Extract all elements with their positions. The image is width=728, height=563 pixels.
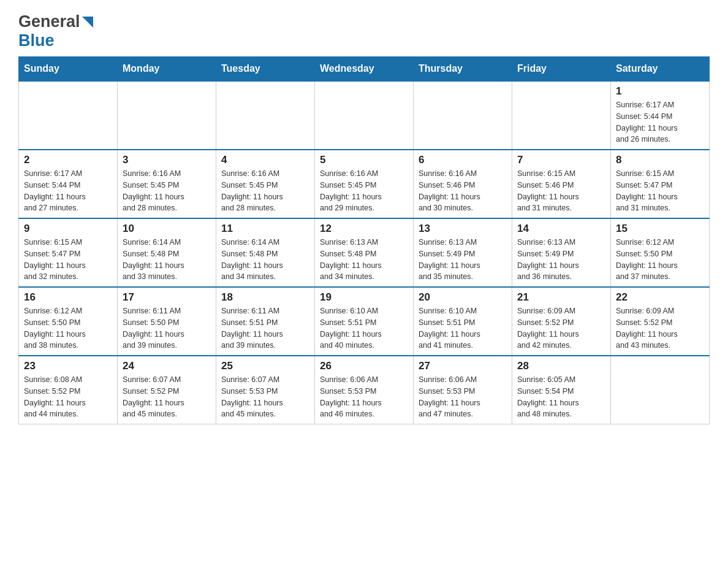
calendar-cell: 12Sunrise: 6:13 AM Sunset: 5:48 PM Dayli… [315, 218, 414, 287]
day-header-monday: Monday [118, 57, 216, 82]
calendar-cell: 13Sunrise: 6:13 AM Sunset: 5:49 PM Dayli… [414, 218, 512, 287]
day-number: 16 [24, 291, 112, 304]
calendar-cell: 28Sunrise: 6:05 AM Sunset: 5:54 PM Dayli… [512, 356, 611, 424]
calendar-cell: 9Sunrise: 6:15 AM Sunset: 5:47 PM Daylig… [19, 218, 118, 287]
day-info: Sunrise: 6:15 AM Sunset: 5:47 PM Dayligh… [616, 168, 704, 214]
day-number: 2 [24, 154, 112, 166]
day-info: Sunrise: 6:16 AM Sunset: 5:45 PM Dayligh… [123, 168, 211, 214]
day-number: 11 [221, 223, 309, 235]
calendar-cell [414, 81, 512, 150]
day-number: 17 [123, 291, 211, 304]
day-number: 23 [24, 360, 112, 372]
calendar-cell: 23Sunrise: 6:08 AM Sunset: 5:52 PM Dayli… [19, 356, 118, 424]
calendar-cell: 4Sunrise: 6:16 AM Sunset: 5:45 PM Daylig… [216, 150, 315, 218]
day-number: 8 [616, 154, 704, 166]
day-info: Sunrise: 6:17 AM Sunset: 5:44 PM Dayligh… [616, 99, 704, 145]
calendar-cell [19, 81, 118, 150]
calendar-cell [315, 81, 414, 150]
calendar-cell: 3Sunrise: 6:16 AM Sunset: 5:45 PM Daylig… [118, 150, 216, 218]
calendar-cell: 22Sunrise: 6:09 AM Sunset: 5:52 PM Dayli… [611, 287, 710, 356]
day-number: 9 [24, 223, 112, 235]
day-info: Sunrise: 6:06 AM Sunset: 5:53 PM Dayligh… [419, 374, 507, 420]
calendar-cell: 24Sunrise: 6:07 AM Sunset: 5:52 PM Dayli… [118, 356, 216, 424]
day-header-friday: Friday [512, 57, 611, 82]
day-info: Sunrise: 6:10 AM Sunset: 5:51 PM Dayligh… [419, 305, 507, 351]
day-info: Sunrise: 6:06 AM Sunset: 5:53 PM Dayligh… [320, 374, 408, 420]
day-number: 1 [616, 85, 704, 98]
day-number: 25 [221, 360, 309, 372]
calendar-cell: 15Sunrise: 6:12 AM Sunset: 5:50 PM Dayli… [611, 218, 710, 287]
day-number: 3 [123, 154, 211, 166]
calendar-cell: 7Sunrise: 6:15 AM Sunset: 5:46 PM Daylig… [512, 150, 611, 218]
calendar-cell: 5Sunrise: 6:16 AM Sunset: 5:45 PM Daylig… [315, 150, 414, 218]
day-number: 20 [419, 291, 507, 304]
calendar-cell: 25Sunrise: 6:07 AM Sunset: 5:53 PM Dayli… [216, 356, 315, 424]
day-info: Sunrise: 6:11 AM Sunset: 5:50 PM Dayligh… [123, 305, 211, 351]
calendar-header-row: SundayMondayTuesdayWednesdayThursdayFrid… [19, 57, 710, 82]
calendar-cell: 17Sunrise: 6:11 AM Sunset: 5:50 PM Dayli… [118, 287, 216, 356]
day-info: Sunrise: 6:08 AM Sunset: 5:52 PM Dayligh… [24, 374, 112, 420]
logo: General Blue [18, 12, 93, 50]
week-row-2: 2Sunrise: 6:17 AM Sunset: 5:44 PM Daylig… [19, 150, 710, 218]
day-number: 15 [616, 223, 704, 235]
week-row-5: 23Sunrise: 6:08 AM Sunset: 5:52 PM Dayli… [19, 356, 710, 424]
day-number: 10 [123, 223, 211, 235]
day-info: Sunrise: 6:07 AM Sunset: 5:53 PM Dayligh… [221, 374, 309, 420]
calendar-cell: 1Sunrise: 6:17 AM Sunset: 5:44 PM Daylig… [611, 81, 710, 150]
calendar-cell: 8Sunrise: 6:15 AM Sunset: 5:47 PM Daylig… [611, 150, 710, 218]
calendar-cell: 19Sunrise: 6:10 AM Sunset: 5:51 PM Dayli… [315, 287, 414, 356]
logo-triangle-icon [82, 17, 93, 30]
week-row-1: 1Sunrise: 6:17 AM Sunset: 5:44 PM Daylig… [19, 81, 710, 150]
day-info: Sunrise: 6:15 AM Sunset: 5:46 PM Dayligh… [517, 168, 605, 214]
calendar-cell [611, 356, 710, 424]
day-info: Sunrise: 6:12 AM Sunset: 5:50 PM Dayligh… [24, 305, 112, 351]
calendar-table: SundayMondayTuesdayWednesdayThursdayFrid… [18, 56, 710, 424]
day-number: 26 [320, 360, 408, 372]
day-info: Sunrise: 6:11 AM Sunset: 5:51 PM Dayligh… [221, 305, 309, 351]
day-number: 24 [123, 360, 211, 372]
day-number: 5 [320, 154, 408, 166]
day-info: Sunrise: 6:13 AM Sunset: 5:49 PM Dayligh… [419, 237, 507, 283]
day-number: 28 [517, 360, 605, 372]
calendar-cell: 6Sunrise: 6:16 AM Sunset: 5:46 PM Daylig… [414, 150, 512, 218]
day-header-saturday: Saturday [611, 57, 710, 82]
day-info: Sunrise: 6:07 AM Sunset: 5:52 PM Dayligh… [123, 374, 211, 420]
day-info: Sunrise: 6:17 AM Sunset: 5:44 PM Dayligh… [24, 168, 112, 214]
week-row-4: 16Sunrise: 6:12 AM Sunset: 5:50 PM Dayli… [19, 287, 710, 356]
day-number: 7 [517, 154, 605, 166]
day-info: Sunrise: 6:15 AM Sunset: 5:47 PM Dayligh… [24, 237, 112, 283]
day-info: Sunrise: 6:16 AM Sunset: 5:46 PM Dayligh… [419, 168, 507, 214]
day-number: 4 [221, 154, 309, 166]
calendar-cell [118, 81, 216, 150]
day-info: Sunrise: 6:12 AM Sunset: 5:50 PM Dayligh… [616, 237, 704, 283]
day-info: Sunrise: 6:16 AM Sunset: 5:45 PM Dayligh… [320, 168, 408, 214]
calendar-cell: 18Sunrise: 6:11 AM Sunset: 5:51 PM Dayli… [216, 287, 315, 356]
day-info: Sunrise: 6:05 AM Sunset: 5:54 PM Dayligh… [517, 374, 605, 420]
week-row-3: 9Sunrise: 6:15 AM Sunset: 5:47 PM Daylig… [19, 218, 710, 287]
day-number: 21 [517, 291, 605, 304]
day-info: Sunrise: 6:13 AM Sunset: 5:49 PM Dayligh… [517, 237, 605, 283]
day-header-thursday: Thursday [414, 57, 512, 82]
day-number: 12 [320, 223, 408, 235]
day-header-sunday: Sunday [19, 57, 118, 82]
day-info: Sunrise: 6:09 AM Sunset: 5:52 PM Dayligh… [616, 305, 704, 351]
day-info: Sunrise: 6:16 AM Sunset: 5:45 PM Dayligh… [221, 168, 309, 214]
calendar-cell: 27Sunrise: 6:06 AM Sunset: 5:53 PM Dayli… [414, 356, 512, 424]
calendar-cell: 2Sunrise: 6:17 AM Sunset: 5:44 PM Daylig… [19, 150, 118, 218]
day-info: Sunrise: 6:13 AM Sunset: 5:48 PM Dayligh… [320, 237, 408, 283]
day-number: 27 [419, 360, 507, 372]
calendar-cell: 16Sunrise: 6:12 AM Sunset: 5:50 PM Dayli… [19, 287, 118, 356]
day-info: Sunrise: 6:14 AM Sunset: 5:48 PM Dayligh… [221, 237, 309, 283]
svg-marker-0 [82, 17, 93, 28]
calendar-cell: 14Sunrise: 6:13 AM Sunset: 5:49 PM Dayli… [512, 218, 611, 287]
calendar-cell: 21Sunrise: 6:09 AM Sunset: 5:52 PM Dayli… [512, 287, 611, 356]
page-header: General Blue [18, 12, 710, 50]
day-header-wednesday: Wednesday [315, 57, 414, 82]
day-info: Sunrise: 6:14 AM Sunset: 5:48 PM Dayligh… [123, 237, 211, 283]
calendar-cell: 26Sunrise: 6:06 AM Sunset: 5:53 PM Dayli… [315, 356, 414, 424]
day-number: 22 [616, 291, 704, 304]
logo-general-text: General [18, 12, 80, 31]
day-number: 18 [221, 291, 309, 304]
day-info: Sunrise: 6:10 AM Sunset: 5:51 PM Dayligh… [320, 305, 408, 351]
day-info: Sunrise: 6:09 AM Sunset: 5:52 PM Dayligh… [517, 305, 605, 351]
